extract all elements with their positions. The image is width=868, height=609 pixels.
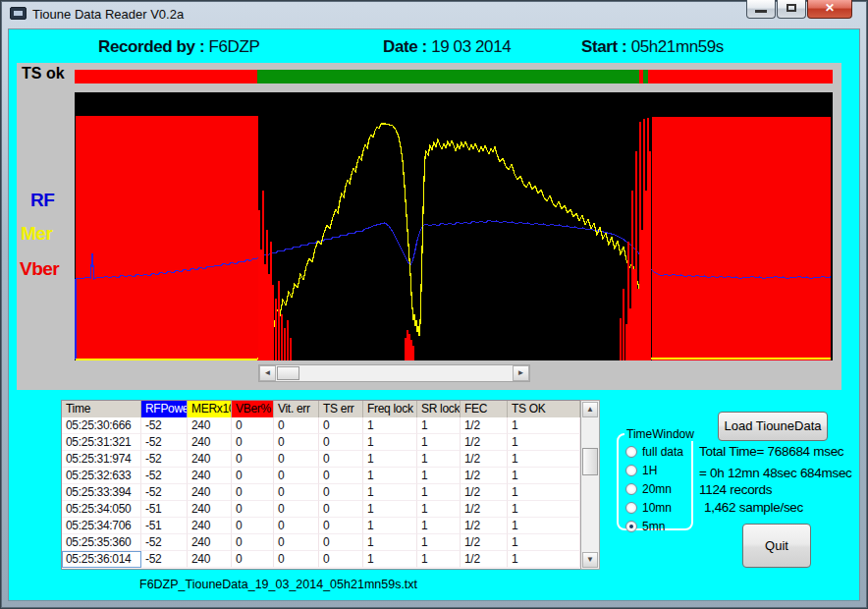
table-cell[interactable]: -52 [141,451,188,468]
radio-option-5mn[interactable]: 5mn [625,519,665,534]
title-bar[interactable]: Tioune Data Reader V0.2a ✕ [0,0,868,28]
table-row[interactable]: 05:25:31:321-52240000111/21 [62,434,580,451]
table-cell[interactable]: 1/2 [461,468,508,484]
table-cell[interactable]: 1 [417,451,461,468]
table-cell[interactable]: 0 [274,551,319,568]
quit-button[interactable]: Quit [742,524,811,568]
table-cell[interactable]: 1 [363,434,417,451]
table-row[interactable]: 05:25:34:050-51240000111/21 [62,501,580,518]
table-cell[interactable]: 240 [188,551,232,568]
load-tiounedata-button[interactable]: Load TiouneData [718,412,828,441]
table-cell[interactable]: 05:25:31:321 [62,434,141,451]
table-scroll-thumb[interactable] [582,448,598,475]
table-cell[interactable]: 1 [363,501,417,518]
table-cell[interactable]: 1 [363,451,417,468]
table-cell[interactable]: 05:25:30:666 [62,417,141,434]
table-vertical-scrollbar[interactable]: ▲ ▼ [580,400,600,570]
table-cell[interactable]: 0 [319,551,363,568]
table-cell[interactable]: 1 [417,501,461,518]
table-cell[interactable]: 240 [188,434,232,451]
table-cell[interactable]: 0 [274,484,319,501]
radio-option-full-data[interactable]: full data [625,444,683,460]
column-header-rfpower[interactable]: RFPower [141,401,188,417]
radio-button-icon[interactable] [625,446,637,458]
table-cell[interactable]: 1 [363,518,417,534]
table-cell[interactable]: 1 [508,501,580,518]
column-header-merx10[interactable]: MERx10 [188,401,232,417]
table-cell[interactable]: 1/2 [461,484,508,501]
table-cell[interactable]: 0 [274,451,319,468]
table-cell[interactable]: 240 [188,417,232,434]
scroll-thumb[interactable] [277,366,299,380]
column-header-freq-lock[interactable]: Freq lock [363,401,417,417]
table-scroll-down-button[interactable]: ▼ [582,552,598,568]
table-row[interactable]: 05:25:34:706-51240000111/21 [62,518,580,534]
table-cell[interactable]: 1/2 [461,518,508,534]
table-cell[interactable]: -51 [141,518,188,534]
table-cell[interactable]: 240 [188,451,232,468]
radio-option-20mn[interactable]: 20mn [625,481,672,497]
table-cell[interactable]: 0 [232,434,274,451]
table-cell[interactable]: 240 [188,484,232,501]
table-row[interactable]: 05:25:30:666-52240000111/21 [62,417,580,434]
table-row[interactable]: 05:25:31:974-52240000111/21 [62,451,580,468]
table-cell[interactable]: 240 [188,534,232,551]
table-row[interactable]: 05:25:36:014-52240000111/21 [62,551,580,568]
table-cell[interactable]: 1 [508,534,580,551]
column-header-sr-lock[interactable]: SR lock [417,401,461,417]
table-cell[interactable]: 1/2 [461,451,508,468]
table-cell[interactable]: 1/2 [461,551,508,568]
table-cell[interactable]: 1 [417,534,461,551]
chart-horizontal-scrollbar[interactable]: ◄ ► [258,364,530,382]
table-cell[interactable]: 0 [232,534,274,551]
table-cell[interactable]: -52 [141,468,188,484]
table-cell[interactable]: 0 [232,484,274,501]
table-cell[interactable]: 0 [274,534,319,551]
table-cell[interactable]: -52 [141,434,188,451]
table-cell[interactable]: 1/2 [461,417,508,434]
table-cell[interactable]: 0 [319,468,363,484]
table-cell[interactable]: 1 [363,534,417,551]
table-cell[interactable]: 0 [232,551,274,568]
radio-button-icon[interactable] [625,483,637,495]
table-cell[interactable]: 1 [417,468,461,484]
table-cell[interactable]: 0 [319,434,363,451]
table-cell[interactable]: 05:25:34:706 [62,518,141,534]
table-cell[interactable]: 1 [508,451,580,468]
column-header-vber-[interactable]: VBer% [232,401,274,417]
table-cell[interactable]: 1 [508,518,580,534]
table-cell[interactable]: -52 [141,534,188,551]
table-cell[interactable]: 0 [319,518,363,534]
radio-button-icon[interactable] [625,502,637,514]
table-cell[interactable]: 1 [508,434,580,451]
radio-option-1H[interactable]: 1H [625,463,657,478]
table-cell[interactable]: 1 [417,484,461,501]
table-row[interactable]: 05:25:33:394-52240000111/21 [62,484,580,501]
table-cell[interactable]: 1 [508,551,580,568]
table-cell[interactable]: 240 [188,518,232,534]
column-header-fec[interactable]: FEC [461,401,508,417]
data-table[interactable]: TimeRFPowerMERx10VBer%Vit. errTS errFreq… [61,400,581,570]
table-cell[interactable]: 1 [417,434,461,451]
table-cell[interactable]: 1/2 [461,501,508,518]
table-cell[interactable]: 1 [363,551,417,568]
table-cell[interactable]: 1 [508,468,580,484]
maximize-button[interactable] [777,0,806,19]
scroll-left-button[interactable]: ◄ [259,365,276,381]
radio-button-icon[interactable] [625,465,637,476]
table-cell[interactable]: 1 [417,417,461,434]
table-cell[interactable]: 0 [319,484,363,501]
table-cell[interactable]: 1/2 [461,534,508,551]
table-cell[interactable]: 1 [508,417,580,434]
table-cell[interactable]: 0 [232,468,274,484]
table-cell[interactable]: 1 [417,551,461,568]
column-header-ts-ok[interactable]: TS OK [508,401,580,417]
table-cell[interactable]: 0 [319,417,363,434]
table-cell[interactable]: 0 [319,534,363,551]
table-cell[interactable]: 0 [319,501,363,518]
table-cell[interactable]: 0 [274,417,319,434]
table-cell[interactable]: 1 [417,518,461,534]
table-cell[interactable]: -52 [141,417,188,434]
table-cell[interactable]: 0 [319,451,363,468]
table-cell[interactable]: 240 [188,468,232,484]
